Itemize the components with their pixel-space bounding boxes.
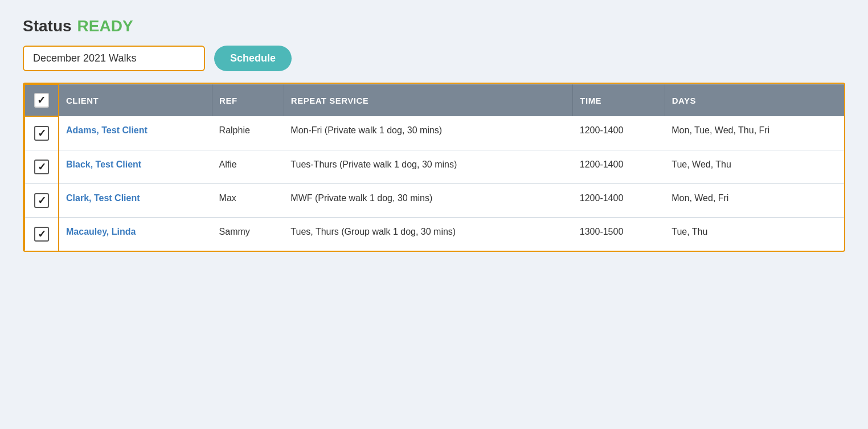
row-ref-2: Max — [212, 184, 284, 218]
schedule-name-input[interactable] — [23, 46, 205, 71]
row-repeat-service-2: MWF (Private walk 1 dog, 30 mins) — [284, 184, 573, 218]
row-checkbox-cell-0[interactable]: ✓ — [24, 116, 59, 150]
client-link-1[interactable]: Black, Test Client — [66, 160, 141, 169]
row-checkbox-cell-2[interactable]: ✓ — [24, 184, 59, 218]
controls-row: Schedule — [23, 46, 845, 71]
row-checkbox-0[interactable]: ✓ — [34, 126, 49, 141]
row-checkbox-2[interactable]: ✓ — [34, 193, 49, 208]
status-label: Status — [23, 17, 72, 35]
row-days-3: Tue, Thu — [665, 218, 844, 251]
status-bar: Status READY — [23, 17, 845, 35]
row-ref-0: Ralphie — [212, 116, 284, 150]
header-checkbox[interactable]: ✓ — [34, 93, 49, 108]
header-repeat-service: REPEAT SERVICE — [284, 84, 573, 116]
header-client: CLIENT — [59, 84, 212, 116]
client-link-0[interactable]: Adams, Test Client — [66, 125, 148, 135]
row-checkbox-cell-1[interactable]: ✓ — [24, 150, 59, 184]
row-client-0[interactable]: Adams, Test Client — [59, 116, 212, 150]
row-client-3[interactable]: Macauley, Linda — [59, 218, 212, 251]
row-checkbox-1[interactable]: ✓ — [34, 160, 49, 174]
row-client-1[interactable]: Black, Test Client — [59, 150, 212, 184]
row-repeat-service-1: Tues-Thurs (Private walk 1 dog, 30 mins) — [284, 150, 573, 184]
table-row: ✓ Macauley, Linda Sammy Tues, Thurs (Gro… — [24, 218, 844, 251]
row-repeat-service-0: Mon-Fri (Private walk 1 dog, 30 mins) — [284, 116, 573, 150]
row-ref-1: Alfie — [212, 150, 284, 184]
row-client-2[interactable]: Clark, Test Client — [59, 184, 212, 218]
header-ref: REF — [212, 84, 284, 116]
status-value: READY — [77, 17, 133, 35]
table-row: ✓ Black, Test Client Alfie Tues-Thurs (P… — [24, 150, 844, 184]
client-link-2[interactable]: Clark, Test Client — [66, 193, 140, 203]
row-time-0: 1200-1400 — [573, 116, 665, 150]
row-days-2: Mon, Wed, Fri — [665, 184, 844, 218]
schedule-button[interactable]: Schedule — [214, 46, 292, 71]
row-ref-3: Sammy — [212, 218, 284, 251]
client-link-3[interactable]: Macauley, Linda — [66, 227, 136, 236]
row-checkbox-cell-3[interactable]: ✓ — [24, 218, 59, 251]
table-row: ✓ Clark, Test Client Max MWF (Private wa… — [24, 184, 844, 218]
row-days-0: Mon, Tue, Wed, Thu, Fri — [665, 116, 844, 150]
row-time-3: 1300-1500 — [573, 218, 665, 251]
row-days-1: Tue, Wed, Thu — [665, 150, 844, 184]
row-checkbox-3[interactable]: ✓ — [34, 227, 49, 242]
row-time-2: 1200-1400 — [573, 184, 665, 218]
header-days: DAYS — [665, 84, 844, 116]
row-time-1: 1200-1400 — [573, 150, 665, 184]
row-repeat-service-3: Tues, Thurs (Group walk 1 dog, 30 mins) — [284, 218, 573, 251]
schedule-table: ✓ CLIENT REF REPEAT SERVICE TIME DAYS ✓ … — [23, 83, 845, 252]
header-checkbox-cell[interactable]: ✓ — [24, 84, 59, 116]
header-time: TIME — [573, 84, 665, 116]
table-row: ✓ Adams, Test Client Ralphie Mon-Fri (Pr… — [24, 116, 844, 150]
